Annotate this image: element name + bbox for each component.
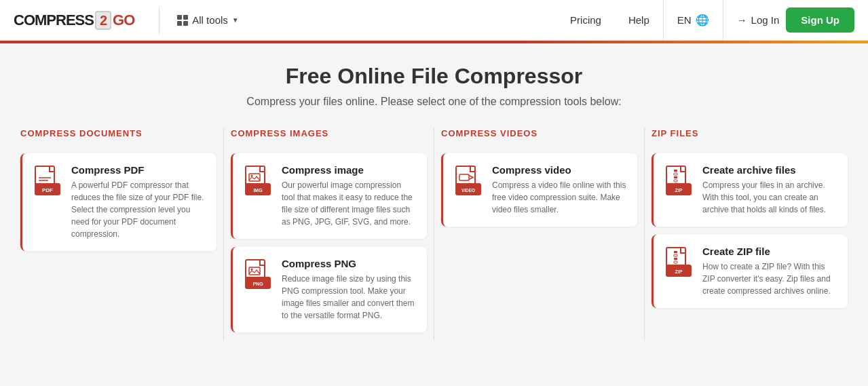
col-zip-files: ZIP FILES ZIP Create archive fi [645, 128, 854, 341]
svg-text:VIDEO: VIDEO [461, 188, 475, 193]
header: COMPRESS2GO All tools ▼ Pricing Help EN … [0, 0, 868, 41]
col-compress-videos: COMPRESS VIDEOS VIDEO Compress video Com… [434, 128, 644, 341]
svg-point-14 [251, 269, 253, 271]
col-header-videos: COMPRESS VIDEOS [441, 128, 637, 144]
svg-text:ZIP: ZIP [675, 188, 683, 193]
svg-rect-31 [674, 258, 677, 260]
tool-info-create-archive: Create archive files Compress your files… [702, 164, 837, 216]
archive-icon: ZIP [664, 164, 693, 199]
tool-info-compress-png: Compress PNG Reduce image file size by u… [282, 258, 416, 322]
tool-desc-compress-image: Our powerful image compression tool that… [282, 179, 416, 228]
globe-icon: 🌐 [696, 14, 709, 26]
tool-title-create-archive: Create archive files [702, 164, 837, 176]
tool-title-compress-image: Compress image [282, 164, 416, 176]
tool-desc-compress-pdf: A powerful PDF compressor that reduces t… [71, 179, 206, 240]
zip-icon: ZIP [664, 246, 693, 281]
tool-title-create-zip: Create ZIP file [702, 246, 837, 257]
signup-button[interactable]: Sign Up [786, 7, 854, 33]
lang-code: EN [677, 14, 692, 26]
login-label: Log In [751, 14, 780, 26]
tool-card-compress-video[interactable]: VIDEO Compress video Compress a video fi… [441, 153, 637, 227]
auth-section: → Log In Sign Up [723, 7, 854, 33]
tool-desc-compress-video: Compress a video file online with this f… [492, 179, 626, 216]
col-header-images: COMPRESS IMAGES [231, 128, 427, 144]
chevron-down-icon: ▼ [232, 16, 239, 24]
svg-rect-29 [674, 251, 677, 253]
svg-rect-22 [674, 170, 677, 172]
svg-text:ZIP: ZIP [675, 269, 683, 274]
header-divider [159, 7, 159, 34]
svg-text:IMG: IMG [253, 188, 263, 193]
svg-point-9 [251, 175, 253, 177]
col-header-zip: ZIP FILES [652, 128, 848, 144]
all-tools-label: All tools [192, 14, 228, 26]
tool-title-compress-png: Compress PNG [282, 258, 416, 269]
col-compress-documents: COMPRESS DOCUMENTS PDF Compress PDF A po… [14, 128, 223, 341]
login-icon: → [737, 14, 747, 26]
language-selector[interactable]: EN 🌐 [663, 0, 723, 41]
col-compress-images: COMPRESS IMAGES IMG Compress image [224, 128, 434, 341]
page-subtitle: Compress your files online. Please selec… [14, 96, 854, 108]
header-nav: Pricing Help EN 🌐 → Log In Sign Up [556, 0, 854, 41]
logo-2: 2 [95, 11, 111, 30]
tool-info-create-zip: Create ZIP file How to create a ZIP file… [702, 246, 837, 297]
all-tools-button[interactable]: All tools ▼ [170, 10, 245, 30]
tool-columns: COMPRESS DOCUMENTS PDF Compress PDF A po… [14, 128, 854, 341]
svg-text:PDF: PDF [42, 187, 53, 193]
tool-card-compress-image[interactable]: IMG Compress image Our powerful image co… [231, 153, 427, 239]
image-icon-2: PNG [244, 258, 272, 293]
svg-text:PNG: PNG [252, 282, 263, 286]
col-header-documents: COMPRESS DOCUMENTS [20, 128, 216, 144]
tool-card-compress-pdf[interactable]: PDF Compress PDF A powerful PDF compress… [20, 153, 216, 251]
main-content: Free Online File Compressor Compress you… [0, 43, 868, 354]
tool-card-compress-png[interactable]: PNG Compress PNG Reduce image file size … [231, 247, 427, 332]
tool-card-create-archive[interactable]: ZIP Create archive files Compress your f… [652, 153, 848, 227]
tool-info-compress-image: Compress image Our powerful image compre… [282, 164, 416, 228]
page-title: Free Online File Compressor [14, 64, 854, 89]
tool-desc-compress-png: Reduce image file size by using this PNG… [282, 273, 416, 322]
login-button[interactable]: → Log In [737, 14, 780, 26]
svg-rect-24 [674, 176, 677, 178]
tool-title-compress-video: Compress video [492, 164, 626, 176]
logo: COMPRESS2GO [14, 12, 134, 29]
image-icon-1: IMG [244, 164, 272, 199]
tool-desc-create-zip: How to create a ZIP file? With this ZIP … [702, 260, 837, 297]
tool-card-create-zip[interactable]: ZIP Create ZIP file How to create a ZIP … [652, 235, 848, 308]
logo-compress: COMPRESS [14, 12, 94, 28]
grid-icon [177, 15, 188, 26]
pricing-link[interactable]: Pricing [556, 0, 615, 41]
help-link[interactable]: Help [615, 0, 663, 41]
tool-info-compress-pdf: Compress PDF A powerful PDF compressor t… [71, 164, 206, 240]
tool-desc-create-archive: Compress your files in an archive. With … [702, 179, 837, 216]
logo-go: GO [113, 12, 134, 28]
tool-title-compress-pdf: Compress PDF [71, 164, 206, 176]
tool-info-compress-video: Compress video Compress a video file onl… [492, 164, 626, 216]
pdf-icon: PDF [33, 164, 62, 199]
video-icon: VIDEO [454, 164, 483, 199]
